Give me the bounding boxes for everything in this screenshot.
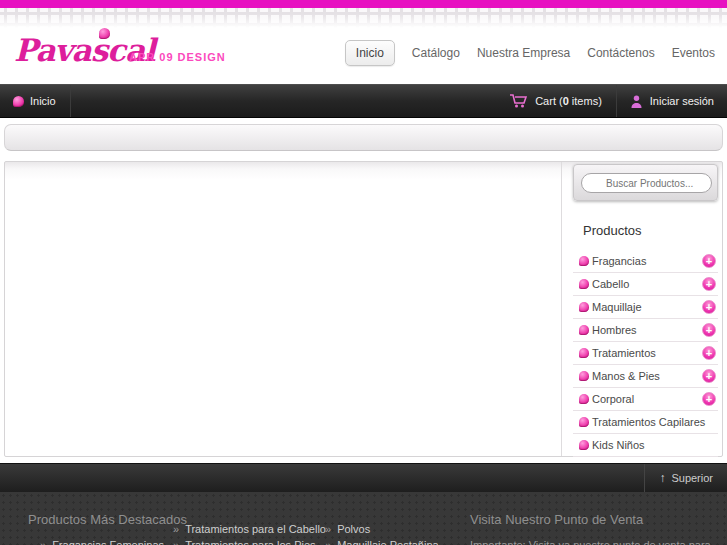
expand-plus-icon[interactable]: +	[702, 392, 716, 406]
flower-icon	[13, 96, 24, 107]
category-item-manos-pies[interactable]: Manos & Pies +	[573, 365, 718, 388]
category-item-corporal[interactable]: Corporal +	[573, 388, 718, 411]
sidebar-title: Productos	[583, 223, 718, 238]
flower-icon	[579, 348, 589, 358]
expand-plus-icon[interactable]: +	[702, 277, 716, 291]
category-label: Manos & Pies	[592, 370, 660, 382]
footer-link-tratamientos-cabello[interactable]: »Tratamientos para el Cabello	[173, 523, 326, 535]
link-arrow-icon: »	[173, 539, 179, 545]
cart-icon	[510, 94, 527, 108]
header: Pavascal APR 09 DESIGN Inicio Catálogo N…	[0, 28, 727, 84]
bottom-bar-divider	[644, 464, 645, 492]
expand-plus-icon[interactable]: +	[702, 369, 716, 383]
up-arrow-icon: ↑	[659, 471, 665, 485]
category-label: Corporal	[592, 393, 634, 405]
footer-link-tratamientos-pies[interactable]: »Tratamientos para los Pies	[173, 539, 316, 545]
category-label: Tratamientos Capilares	[592, 416, 705, 428]
category-item-kids-ninos[interactable]: Kids Niños	[573, 434, 718, 457]
search-box	[573, 164, 718, 201]
expand-plus-icon[interactable]: +	[702, 254, 716, 268]
toolbar-home-link[interactable]: Inicio	[0, 85, 56, 117]
page: Pavascal APR 09 DESIGN Inicio Catálogo N…	[0, 0, 727, 545]
category-item-maquillaje[interactable]: Maquillaje +	[573, 296, 718, 319]
visit-store-heading: Visita Nuestro Punto de Venta	[470, 512, 643, 527]
link-arrow-icon: »	[40, 539, 46, 545]
category-item-tratamientos[interactable]: Tratamientos +	[573, 342, 718, 365]
back-to-top-link[interactable]: ↑ Superior	[659, 471, 727, 485]
login-link[interactable]: Iniciar sesión	[650, 95, 714, 107]
expand-plus-icon[interactable]: +	[702, 323, 716, 337]
footer-link-fragancias-femeninas[interactable]: »Fragancias Femeninas	[40, 539, 164, 545]
toolbar-divider	[616, 85, 617, 117]
toolbar: Inicio Cart (0 items) Iniciar sesión	[0, 84, 727, 118]
category-item-fragancias[interactable]: Fragancias +	[573, 250, 718, 273]
category-item-tratamientos-capilares[interactable]: Tratamientos Capilares	[573, 411, 718, 434]
nav-item-eventos[interactable]: Eventos	[672, 46, 715, 60]
category-label: Tratamientos	[592, 347, 656, 359]
expand-plus-icon[interactable]: +	[702, 300, 716, 314]
footer: Productos Más Destacados »Fragancias Fem…	[0, 492, 727, 545]
flower-icon	[579, 302, 589, 312]
link-arrow-icon: »	[325, 539, 331, 545]
category-label: Kids Niños	[592, 439, 645, 451]
flower-icon	[579, 394, 589, 404]
flower-icon	[579, 279, 589, 289]
visit-store-note: Importante: Visita ya nuestro punto de v…	[470, 539, 711, 545]
cart-link[interactable]: Cart (0 items)	[535, 95, 602, 107]
category-item-cabello[interactable]: Cabello +	[573, 273, 718, 296]
nav-item-nuestra-empresa[interactable]: Nuestra Empresa	[477, 46, 570, 60]
flower-icon	[579, 440, 589, 450]
category-label: Maquillaje	[592, 301, 642, 313]
footer-link-maquillaje-pestanina[interactable]: »Maquillaje Pestañina	[325, 539, 439, 545]
category-label: Fragancias	[592, 255, 646, 267]
site-tagline: APR 09 DESIGN	[129, 51, 226, 63]
category-label: Cabello	[592, 278, 629, 290]
link-arrow-icon: »	[173, 523, 179, 535]
bottom-bar: ↑ Superior	[0, 463, 727, 492]
nav-item-inicio[interactable]: Inicio	[345, 40, 395, 66]
category-label: Hombres	[592, 324, 637, 336]
flower-icon	[579, 325, 589, 335]
category-list: Fragancias + Cabello + Maquillaje + Homb…	[573, 250, 718, 457]
column-divider	[561, 162, 562, 456]
sidebar: Productos Fragancias + Cabello + Maquill…	[573, 164, 718, 457]
category-item-hombres[interactable]: Hombres +	[573, 319, 718, 342]
nav-item-contactenos[interactable]: Contáctenos	[587, 46, 654, 60]
link-arrow-icon: »	[325, 523, 331, 535]
flower-icon	[579, 256, 589, 266]
search-input[interactable]	[581, 173, 712, 193]
flower-icon	[579, 371, 589, 381]
flower-icon	[579, 417, 589, 427]
back-to-top-label: Superior	[671, 472, 713, 484]
main-nav: Inicio Catálogo Nuestra Empresa Contácte…	[345, 40, 715, 66]
user-icon	[631, 95, 642, 108]
featured-products-heading: Productos Más Destacados	[28, 512, 187, 527]
toolbar-home-label: Inicio	[30, 95, 56, 107]
banner-bar	[4, 124, 723, 151]
brand-color-bar	[0, 0, 727, 8]
nav-item-catalogo[interactable]: Catálogo	[412, 46, 460, 60]
decorative-pattern-band	[0, 8, 727, 28]
expand-plus-icon[interactable]: +	[702, 346, 716, 360]
toolbar-right: Cart (0 items) Iniciar sesión	[510, 85, 727, 117]
footer-link-polvos[interactable]: »Polvos	[325, 523, 370, 535]
toolbar-divider	[70, 85, 71, 117]
pattern-fade	[0, 8, 727, 28]
